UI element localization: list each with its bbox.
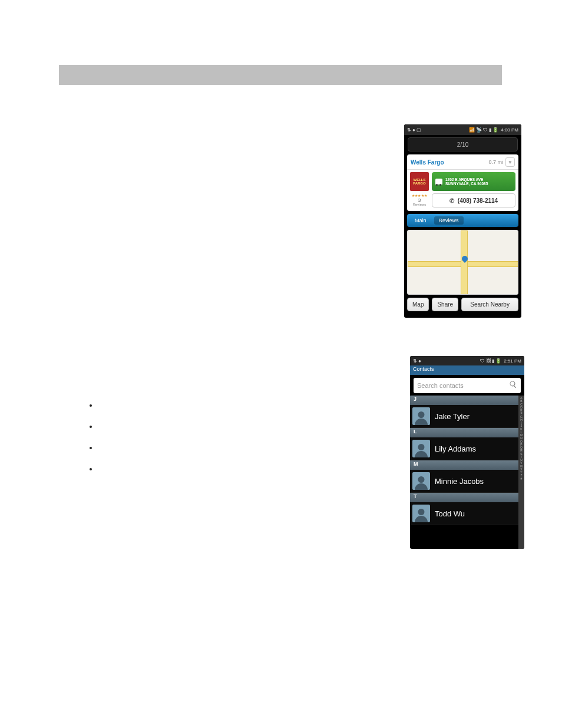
section-header: L bbox=[410, 428, 518, 437]
where-details-screenshot: ⇅●▢ 📶📡🛡▮🔋 4:00 PM 2/10 Wells Fargo 0.7 m… bbox=[404, 124, 521, 318]
search-icon bbox=[509, 380, 517, 391]
stars-icon: ★★★★★ bbox=[410, 193, 429, 197]
navigate-button[interactable]: 1202 E ARQUES AVESUNNYVALE, CA 94085 bbox=[432, 172, 515, 191]
status-left: ⇅●▢ bbox=[406, 127, 422, 133]
favorite-icon[interactable]: ♥ bbox=[505, 157, 515, 167]
status-left: ⇅● bbox=[412, 358, 422, 364]
share-button[interactable]: Share bbox=[432, 298, 458, 311]
status-right: 📶📡🛡▮🔋 4:00 PM bbox=[468, 127, 519, 133]
section-header: T bbox=[410, 493, 518, 502]
map-button[interactable]: Map bbox=[407, 298, 429, 311]
search-nearby-button[interactable]: Search Nearby bbox=[461, 298, 518, 311]
alpha-index[interactable]: ABCDEFGHIJKLMNOPQRSTUVWXYZ# bbox=[518, 396, 524, 549]
search-placeholder: Search contacts bbox=[417, 382, 509, 389]
list-item bbox=[98, 400, 379, 410]
contact-row[interactable]: Jake Tyler bbox=[410, 405, 518, 428]
clock: 2:51 PM bbox=[504, 358, 521, 364]
map-view[interactable] bbox=[407, 230, 518, 295]
section-header: J bbox=[410, 396, 518, 405]
avatar-icon bbox=[412, 407, 430, 425]
search-input[interactable]: Search contacts bbox=[414, 378, 521, 393]
contact-row[interactable]: Todd Wu bbox=[410, 502, 518, 525]
car-icon bbox=[435, 179, 442, 185]
status-bar: ⇅● 🛡🖼▮🔋 2:51 PM bbox=[410, 356, 524, 365]
phone-button[interactable]: (408) 738-2114 bbox=[432, 193, 515, 207]
reviews-block[interactable]: ★★★★★ 3 Reviews bbox=[410, 193, 429, 207]
section-band bbox=[59, 65, 502, 85]
status-right: 🛡🖼▮🔋 2:51 PM bbox=[480, 358, 522, 364]
status-bar: ⇅●▢ 📶📡🛡▮🔋 4:00 PM bbox=[404, 124, 521, 135]
contact-name: Lily Addams bbox=[435, 444, 476, 453]
contact-name: Jake Tyler bbox=[435, 412, 470, 421]
body-text bbox=[85, 396, 379, 485]
reviews-label: Reviews bbox=[410, 203, 429, 206]
contacts-screenshot: ⇅● 🛡🖼▮🔋 2:51 PM Contacts Search contacts… bbox=[410, 356, 524, 549]
tab-reviews[interactable]: Reviews bbox=[434, 216, 464, 225]
pager[interactable]: 2/10 bbox=[408, 137, 518, 151]
tab-main[interactable]: Main bbox=[410, 216, 431, 225]
clock: 4:00 PM bbox=[501, 127, 518, 133]
contacts-list[interactable]: J Jake Tyler L Lily Addams M Minnie Jaco… bbox=[410, 396, 518, 549]
list-item bbox=[98, 442, 379, 453]
list-item bbox=[98, 421, 379, 431]
app-title: Contacts bbox=[410, 365, 524, 375]
tab-bar: Main Reviews bbox=[407, 214, 518, 227]
business-name[interactable]: Wells Fargo bbox=[411, 159, 488, 166]
contact-name: Todd Wu bbox=[435, 509, 465, 518]
review-count: 3 bbox=[410, 197, 429, 203]
brand-logo: WELLS FARGO bbox=[410, 172, 429, 191]
avatar-icon bbox=[412, 472, 430, 490]
avatar-icon bbox=[412, 505, 430, 522]
address-text: 1202 E ARQUES AVESUNNYVALE, CA 94085 bbox=[445, 177, 488, 186]
list-item bbox=[98, 463, 379, 474]
section-header: M bbox=[410, 460, 518, 470]
contact-name: Minnie Jacobs bbox=[435, 477, 484, 486]
distance: 0.7 mi bbox=[488, 159, 503, 165]
bullet-list bbox=[85, 400, 379, 474]
contact-row[interactable]: Minnie Jacobs bbox=[410, 470, 518, 493]
contact-row[interactable]: Lily Addams bbox=[410, 437, 518, 460]
avatar-icon bbox=[412, 440, 430, 457]
